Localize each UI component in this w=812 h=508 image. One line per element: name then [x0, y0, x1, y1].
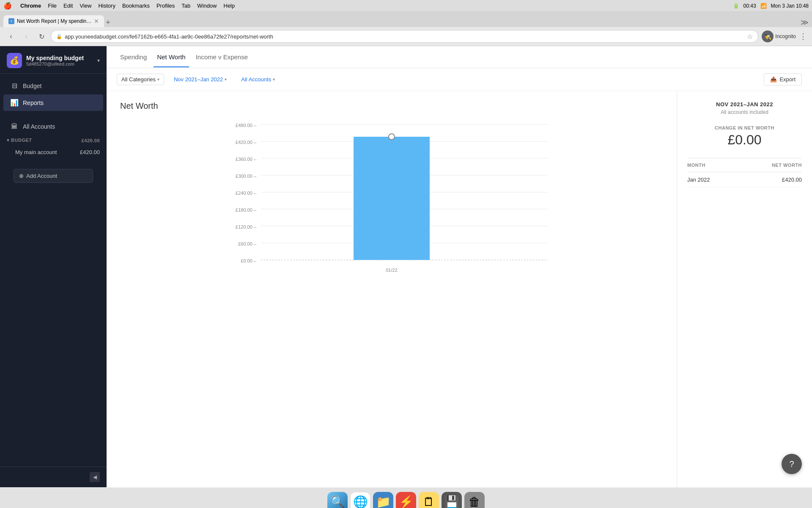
- brand-chevron-icon: ▾: [97, 58, 100, 64]
- clock: Mon 3 Jan 10:48: [771, 3, 809, 9]
- right-panel: NOV 2021–JAN 2022 All accounts included …: [677, 91, 812, 487]
- add-account-button[interactable]: ⊕ Add Account: [14, 169, 93, 183]
- bookmark-star-button[interactable]: ☆: [747, 33, 753, 41]
- battery-time: 00:43: [743, 3, 756, 9]
- dock-icon-trash[interactable]: 🗑: [464, 492, 485, 508]
- sidebar-collapse-button[interactable]: ◀: [90, 472, 100, 482]
- sidebar-item-budget[interactable]: ⊟ Budget: [3, 77, 103, 94]
- battery-icon: 🔋: [733, 3, 739, 9]
- incognito-icon: 🕵: [764, 33, 771, 40]
- sidebar-nav: ⊟ Budget 📊 Reports: [0, 74, 107, 115]
- browser-chrome: Y Net Worth Report | My spendin… ✕ + ≫ ‹…: [0, 12, 812, 46]
- new-tab-button[interactable]: +: [106, 18, 110, 27]
- tab-close-button[interactable]: ✕: [94, 18, 99, 25]
- panel-change-label: CHANGE IN NET WORTH: [687, 125, 802, 130]
- sidebar-item-reports[interactable]: 📊 Reports: [3, 94, 103, 111]
- bar-chart-svg: £480.00 – £420.00 – £360.00 – £300.00 – …: [120, 119, 663, 297]
- panel-table-row-0: Jan 2022 £420.00: [687, 172, 802, 188]
- help-icon: ?: [789, 459, 794, 469]
- x-label-0122: 01/22: [386, 268, 398, 273]
- account-amount: £420.00: [80, 149, 100, 155]
- tab-spending[interactable]: Spending: [117, 47, 150, 67]
- tab-bar-menu[interactable]: ≫: [801, 18, 809, 27]
- browser-menu-button[interactable]: ⋮: [799, 32, 807, 41]
- menubar-file[interactable]: File: [48, 3, 57, 9]
- reload-button[interactable]: ↻: [36, 30, 47, 42]
- menubar-profiles[interactable]: Profiles: [156, 3, 175, 9]
- menubar-edit[interactable]: Edit: [63, 3, 73, 9]
- dock-icon-files[interactable]: 📁: [373, 492, 393, 508]
- lock-icon: 🔒: [56, 34, 62, 39]
- browser-toolbar: ‹ › ↻ 🔒 app.youneedabudget.com/fe67162b-…: [0, 27, 812, 46]
- tab-title: Net Worth Report | My spendin…: [17, 18, 91, 24]
- export-label: Export: [779, 76, 796, 83]
- apple-icon[interactable]: 🍎: [3, 2, 12, 10]
- browser-tab-active[interactable]: Y Net Worth Report | My spendin… ✕: [3, 15, 104, 27]
- dock-icon-finder[interactable]: 🔍: [327, 492, 348, 508]
- accounts-chevron-icon: ▾: [273, 77, 275, 82]
- back-button[interactable]: ‹: [5, 30, 17, 42]
- wifi-icon: 📶: [760, 3, 767, 9]
- dock-icon-reeder[interactable]: ⚡: [396, 492, 416, 508]
- dock-icon-notes[interactable]: 🗒: [419, 492, 439, 508]
- url-text: app.youneedabudget.com/fe67162b-e665-4fa…: [65, 33, 744, 40]
- categories-filter-label: All Categories: [121, 76, 156, 83]
- menubar-window[interactable]: Window: [197, 3, 217, 9]
- sidebar-item-all-accounts[interactable]: 🏛 All Accounts: [3, 119, 103, 135]
- sidebar-collapse-area: ◀: [0, 467, 107, 487]
- budget-icon: ⊟: [10, 82, 19, 90]
- menubar-bookmarks[interactable]: Bookmarks: [122, 3, 150, 9]
- tab-income-expense[interactable]: Income v Expense: [192, 47, 251, 67]
- dock: 🔍 🌐 📁 ⚡ 🗒 💾 🗑: [0, 487, 812, 508]
- tab-favicon: Y: [8, 18, 14, 24]
- panel-row-month: Jan 2022: [687, 177, 710, 183]
- menubar-view[interactable]: View: [80, 3, 91, 9]
- address-bar[interactable]: 🔒 app.youneedabudget.com/fe67162b-e665-4…: [51, 30, 758, 43]
- chart-area: Net Worth £480.00 – £420.00 – £360.00 –: [107, 91, 812, 487]
- brand-name: My spending budget: [26, 55, 93, 61]
- categories-filter[interactable]: All Categories ▾: [117, 74, 164, 85]
- chart-title: Net Worth: [120, 101, 663, 111]
- tab-spending-label: Spending: [120, 53, 147, 61]
- brand-icon: 💰: [7, 53, 22, 68]
- menubar-tab[interactable]: Tab: [181, 3, 190, 9]
- bar-top-dot: [389, 134, 395, 140]
- accounts-filter[interactable]: All Accounts ▾: [236, 74, 280, 85]
- main-content: Spending Net Worth Income v Expense All …: [107, 46, 812, 487]
- menubar-right: 🔋 00:43 📶 Mon 3 Jan 10:48: [733, 3, 809, 9]
- export-button[interactable]: 📤 Export: [764, 73, 802, 86]
- sidebar-account-main[interactable]: My main account £420.00: [0, 146, 107, 159]
- help-button[interactable]: ?: [782, 454, 802, 474]
- panel-subtitle: All accounts included: [687, 109, 802, 115]
- y-label-480: £480.00 –: [236, 123, 257, 128]
- y-label-0: £0.00 –: [241, 258, 257, 263]
- sidebar-label-reports: Reports: [23, 99, 44, 106]
- profile-label: Incognito: [775, 33, 796, 39]
- menubar-history[interactable]: History: [98, 3, 115, 9]
- forward-button[interactable]: ›: [20, 30, 32, 42]
- export-icon: 📤: [770, 76, 777, 83]
- add-account-icon: ⊕: [19, 173, 24, 179]
- tab-net-worth-label: Net Worth: [157, 53, 185, 61]
- brand-button[interactable]: 💰 My spending budget 5d485270@uifeed.com…: [7, 53, 100, 68]
- y-label-60: £60.00 –: [238, 241, 257, 246]
- all-accounts-icon: 🏛: [10, 123, 19, 130]
- date-range-filter[interactable]: Nov 2021–Jan 2022 ▾: [169, 74, 231, 85]
- tab-income-expense-label: Income v Expense: [196, 53, 248, 61]
- account-name: My main account: [15, 149, 80, 155]
- sidebar: 💰 My spending budget 5d485270@uifeed.com…: [0, 46, 107, 487]
- dock-icon-disk[interactable]: 💾: [442, 492, 462, 508]
- y-label-180: £180.00 –: [236, 207, 257, 213]
- menubar: 🍎 Chrome File Edit View History Bookmark…: [0, 0, 812, 12]
- menubar-help[interactable]: Help: [224, 3, 235, 9]
- menubar-app-name[interactable]: Chrome: [20, 3, 41, 9]
- tab-bar: Y Net Worth Report | My spendin… ✕ + ≫: [0, 12, 812, 27]
- profile-button[interactable]: 🕵: [762, 30, 774, 42]
- panel-change-value: £0.00: [687, 132, 802, 148]
- y-label-120: £120.00 –: [236, 224, 257, 229]
- section-label: ▾ BUDGET: [7, 138, 32, 143]
- tab-net-worth[interactable]: Net Worth: [154, 47, 189, 67]
- chart-container: Net Worth £480.00 – £420.00 – £360.00 –: [107, 91, 677, 487]
- accounts-filter-label: All Accounts: [241, 76, 271, 83]
- dock-icon-chrome[interactable]: 🌐: [350, 492, 370, 508]
